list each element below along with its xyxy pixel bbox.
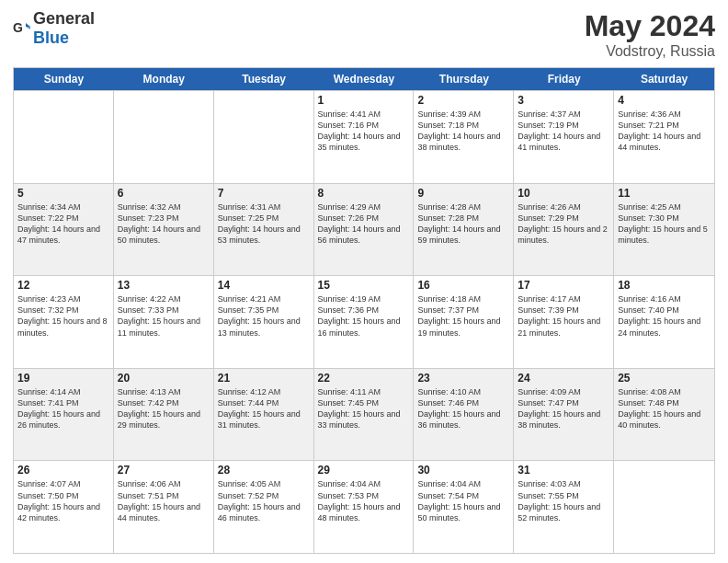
day-info-23: Sunrise: 4:10 AM Sunset: 7:46 PM Dayligh…: [417, 386, 509, 431]
day-number-30: 30: [417, 464, 509, 477]
cal-cell-day-15: 15Sunrise: 4:19 AM Sunset: 7:36 PM Dayli…: [314, 276, 415, 368]
cal-row-2: 12Sunrise: 4:23 AM Sunset: 7:32 PM Dayli…: [14, 275, 714, 368]
day-number-1: 1: [318, 94, 410, 107]
day-info-30: Sunrise: 4:04 AM Sunset: 7:54 PM Dayligh…: [417, 478, 509, 523]
cal-row-4: 26Sunrise: 4:07 AM Sunset: 7:50 PM Dayli…: [14, 460, 714, 553]
cal-cell-day-21: 21Sunrise: 4:12 AM Sunset: 7:44 PM Dayli…: [214, 369, 314, 461]
cal-cell-day-23: 23Sunrise: 4:10 AM Sunset: 7:46 PM Dayli…: [414, 369, 514, 461]
cal-row-3: 19Sunrise: 4:14 AM Sunset: 7:41 PM Dayli…: [14, 368, 714, 461]
day-number-16: 16: [417, 279, 509, 292]
cal-cell-day-22: 22Sunrise: 4:11 AM Sunset: 7:45 PM Dayli…: [314, 369, 415, 461]
day-number-18: 18: [618, 279, 711, 292]
day-info-15: Sunrise: 4:19 AM Sunset: 7:36 PM Dayligh…: [318, 293, 410, 339]
svg-text:G: G: [13, 20, 23, 35]
calendar: Sunday Monday Tuesday Wednesday Thursday…: [13, 67, 715, 554]
logo-general: General: [33, 9, 95, 28]
calendar-header: Sunday Monday Tuesday Wednesday Thursday…: [14, 68, 714, 90]
cal-cell-empty-r0-c1: [114, 91, 214, 183]
header-wednesday: Wednesday: [314, 68, 415, 90]
cal-cell-day-26: 26Sunrise: 4:07 AM Sunset: 7:50 PM Dayli…: [14, 461, 114, 553]
cal-cell-day-17: 17Sunrise: 4:17 AM Sunset: 7:39 PM Dayli…: [514, 276, 614, 368]
day-info-24: Sunrise: 4:09 AM Sunset: 7:47 PM Dayligh…: [518, 386, 609, 431]
day-info-3: Sunrise: 4:37 AM Sunset: 7:19 PM Dayligh…: [518, 109, 609, 154]
day-number-29: 29: [318, 464, 410, 477]
day-info-27: Sunrise: 4:06 AM Sunset: 7:51 PM Dayligh…: [118, 478, 210, 523]
day-info-20: Sunrise: 4:13 AM Sunset: 7:42 PM Dayligh…: [118, 386, 210, 431]
logo-icon: G: [13, 19, 31, 38]
day-info-26: Sunrise: 4:07 AM Sunset: 7:50 PM Dayligh…: [17, 478, 109, 523]
day-info-19: Sunrise: 4:14 AM Sunset: 7:41 PM Dayligh…: [17, 386, 109, 431]
day-number-14: 14: [218, 279, 310, 292]
day-info-28: Sunrise: 4:05 AM Sunset: 7:52 PM Dayligh…: [218, 478, 310, 523]
day-number-26: 26: [17, 464, 109, 477]
day-number-27: 27: [118, 464, 210, 477]
cal-cell-empty-r0-c0: [14, 91, 114, 183]
day-info-25: Sunrise: 4:08 AM Sunset: 7:48 PM Dayligh…: [618, 386, 711, 431]
day-number-25: 25: [618, 372, 711, 385]
day-info-5: Sunrise: 4:34 AM Sunset: 7:22 PM Dayligh…: [17, 201, 109, 247]
day-info-22: Sunrise: 4:11 AM Sunset: 7:45 PM Dayligh…: [318, 386, 410, 431]
day-info-8: Sunrise: 4:29 AM Sunset: 7:26 PM Dayligh…: [318, 201, 410, 247]
day-info-10: Sunrise: 4:26 AM Sunset: 7:29 PM Dayligh…: [518, 201, 609, 247]
day-info-7: Sunrise: 4:31 AM Sunset: 7:25 PM Dayligh…: [218, 201, 310, 247]
svg-marker-1: [26, 23, 30, 27]
day-info-16: Sunrise: 4:18 AM Sunset: 7:37 PM Dayligh…: [417, 293, 509, 339]
day-number-24: 24: [518, 372, 609, 385]
cal-cell-day-29: 29Sunrise: 4:04 AM Sunset: 7:53 PM Dayli…: [314, 461, 415, 553]
cal-cell-day-6: 6Sunrise: 4:32 AM Sunset: 7:23 PM Daylig…: [114, 184, 214, 276]
day-info-14: Sunrise: 4:21 AM Sunset: 7:35 PM Dayligh…: [218, 293, 310, 339]
day-info-1: Sunrise: 4:41 AM Sunset: 7:16 PM Dayligh…: [318, 109, 410, 154]
header-sunday: Sunday: [14, 68, 114, 90]
header-tuesday: Tuesday: [214, 68, 314, 90]
header-saturday: Saturday: [614, 68, 714, 90]
cal-cell-day-12: 12Sunrise: 4:23 AM Sunset: 7:32 PM Dayli…: [14, 276, 114, 368]
cal-cell-day-24: 24Sunrise: 4:09 AM Sunset: 7:47 PM Dayli…: [514, 369, 614, 461]
header-friday: Friday: [514, 68, 614, 90]
cal-cell-day-13: 13Sunrise: 4:22 AM Sunset: 7:33 PM Dayli…: [114, 276, 214, 368]
cal-cell-day-19: 19Sunrise: 4:14 AM Sunset: 7:41 PM Dayli…: [14, 369, 114, 461]
day-info-6: Sunrise: 4:32 AM Sunset: 7:23 PM Dayligh…: [118, 201, 210, 247]
cal-cell-day-5: 5Sunrise: 4:34 AM Sunset: 7:22 PM Daylig…: [14, 184, 114, 276]
day-number-5: 5: [17, 187, 109, 200]
cal-cell-day-10: 10Sunrise: 4:26 AM Sunset: 7:29 PM Dayli…: [514, 184, 614, 276]
cal-cell-day-1: 1Sunrise: 4:41 AM Sunset: 7:16 PM Daylig…: [314, 91, 415, 183]
cal-cell-day-7: 7Sunrise: 4:31 AM Sunset: 7:25 PM Daylig…: [214, 184, 314, 276]
cal-cell-day-16: 16Sunrise: 4:18 AM Sunset: 7:37 PM Dayli…: [414, 276, 514, 368]
day-number-17: 17: [518, 279, 609, 292]
day-number-20: 20: [118, 372, 210, 385]
cal-row-1: 5Sunrise: 4:34 AM Sunset: 7:22 PM Daylig…: [14, 183, 714, 276]
header-thursday: Thursday: [414, 68, 514, 90]
day-number-10: 10: [518, 187, 609, 200]
day-number-28: 28: [218, 464, 310, 477]
day-number-7: 7: [218, 187, 310, 200]
cal-cell-day-9: 9Sunrise: 4:28 AM Sunset: 7:28 PM Daylig…: [414, 184, 514, 276]
logo-blue: Blue: [33, 29, 69, 47]
day-number-12: 12: [17, 279, 109, 292]
day-number-19: 19: [17, 372, 109, 385]
header-monday: Monday: [114, 68, 214, 90]
cal-cell-day-11: 11Sunrise: 4:25 AM Sunset: 7:30 PM Dayli…: [614, 184, 714, 276]
cal-cell-day-28: 28Sunrise: 4:05 AM Sunset: 7:52 PM Dayli…: [214, 461, 314, 553]
cal-cell-empty-r0-c2: [214, 91, 314, 183]
day-number-11: 11: [618, 187, 711, 200]
day-number-21: 21: [218, 372, 310, 385]
day-number-31: 31: [518, 464, 609, 477]
day-number-9: 9: [417, 187, 509, 200]
calendar-body: 1Sunrise: 4:41 AM Sunset: 7:16 PM Daylig…: [14, 90, 714, 553]
day-info-18: Sunrise: 4:16 AM Sunset: 7:40 PM Dayligh…: [618, 293, 711, 339]
logo: G General Blue: [13, 9, 95, 48]
title-location: Vodstroy, Russia: [585, 43, 715, 60]
day-number-15: 15: [318, 279, 410, 292]
cal-cell-day-8: 8Sunrise: 4:29 AM Sunset: 7:26 PM Daylig…: [314, 184, 415, 276]
day-number-6: 6: [118, 187, 210, 200]
day-info-9: Sunrise: 4:28 AM Sunset: 7:28 PM Dayligh…: [417, 201, 509, 247]
title-block: May 2024 Vodstroy, Russia: [585, 9, 715, 60]
page: G General Blue May 2024 Vodstroy, Russia…: [0, 0, 728, 563]
cal-cell-empty-r4-c6: [614, 461, 714, 553]
day-info-31: Sunrise: 4:03 AM Sunset: 7:55 PM Dayligh…: [518, 478, 609, 523]
header: G General Blue May 2024 Vodstroy, Russia: [13, 9, 715, 60]
day-info-17: Sunrise: 4:17 AM Sunset: 7:39 PM Dayligh…: [518, 293, 609, 339]
cal-cell-day-3: 3Sunrise: 4:37 AM Sunset: 7:19 PM Daylig…: [514, 91, 614, 183]
day-info-29: Sunrise: 4:04 AM Sunset: 7:53 PM Dayligh…: [318, 478, 410, 523]
day-number-23: 23: [417, 372, 509, 385]
